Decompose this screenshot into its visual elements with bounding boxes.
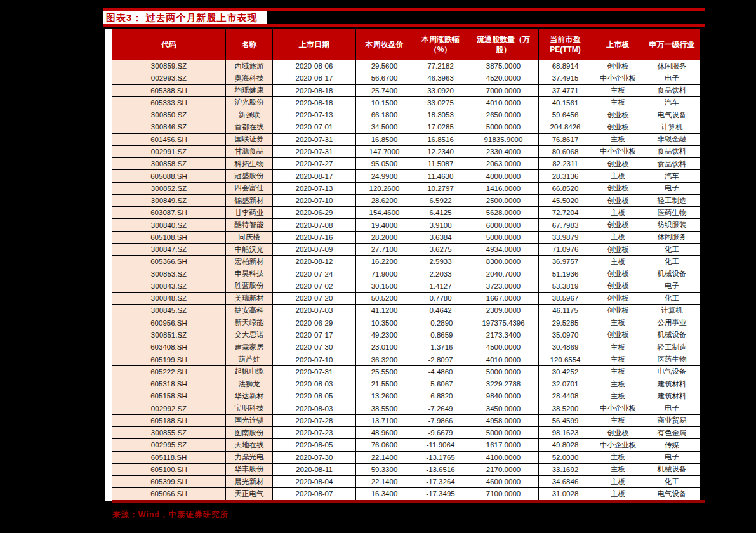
table-row: 605100.SH华丰股份2020-08-1159.3300-13.651621… [112, 463, 700, 475]
table-cell: 33.0920 [413, 84, 468, 96]
table-cell: 197375.4396 [468, 317, 539, 329]
table-cell: 公用事业 [644, 317, 700, 329]
table-cell: 国光连锁 [226, 414, 273, 426]
table-cell: 主板 [592, 353, 644, 365]
table-cell: 300855.SZ [112, 426, 226, 438]
table-cell: 605388.SH [112, 84, 226, 96]
table-cell: 605118.SH [112, 451, 226, 463]
table-cell: 主板 [592, 390, 644, 402]
table-row: 605333.SH沪光股份2020-08-1810.150033.0275401… [112, 96, 700, 109]
table-cell: 国联证券 [226, 133, 273, 145]
table-cell: 甘李药业 [226, 207, 273, 219]
table-cell: 法狮龙 [226, 378, 273, 390]
table-cell: 10.3500 [356, 317, 413, 329]
table-cell: 甘源食品 [226, 145, 273, 157]
table-cell: -13.6516 [413, 463, 468, 475]
table-cell: 主板 [592, 133, 644, 145]
table-cell: 2020-06-29 [273, 207, 356, 219]
table-cell: 38.5500 [356, 402, 413, 414]
table-cell: 7100.0000 [468, 488, 539, 500]
table-cell: 300849.SZ [112, 194, 226, 206]
table-cell: 5000.0000 [468, 426, 539, 438]
table-cell: 29.5600 [356, 60, 413, 72]
source-note: 来源：Wind，中泰证券研究所 [112, 510, 229, 520]
table-cell: 46.3963 [413, 72, 468, 84]
table-cell: 605088.SH [112, 170, 226, 182]
table-cell: 中船汉光 [226, 243, 273, 255]
table-cell: 46.1175 [539, 305, 592, 317]
table-cell: 主板 [592, 207, 644, 219]
table-cell: 有色金属 [644, 426, 700, 438]
table-cell: 50.5200 [356, 293, 413, 305]
table-cell: 41.1200 [356, 305, 413, 317]
table-cell: 2020-08-06 [273, 60, 356, 72]
column-header: 流通股数量（万股） [468, 29, 539, 60]
table-cell: 主板 [592, 231, 644, 243]
table-cell: 2500.0000 [468, 194, 539, 206]
table-cell: 2020-08-05 [273, 439, 356, 451]
table-cell: 创业板 [592, 293, 644, 305]
table-cell: 2309.0000 [468, 305, 539, 317]
table-cell: 建筑材料 [644, 390, 700, 402]
table-cell: 28.3136 [539, 170, 592, 182]
table-cell: 机械设备 [644, 329, 700, 341]
table-cell: 76.8617 [539, 133, 592, 145]
table-cell: 6.5922 [413, 194, 468, 206]
table-cell: 11.4630 [413, 170, 468, 182]
table-cell: 建筑材料 [644, 378, 700, 390]
table-cell: 2020-07-10 [273, 194, 356, 206]
table-cell: 300848.SZ [112, 293, 226, 305]
table-row: 002993.SZ奥海科技2020-08-1756.670046.3963452… [112, 72, 700, 84]
table-cell: 汽车 [644, 170, 700, 182]
table-cell: 49.2300 [356, 329, 413, 341]
table-cell: 宝明科技 [226, 402, 273, 414]
table-cell: 3229.2788 [468, 378, 539, 390]
table-cell: 2173.3400 [468, 329, 539, 341]
table-cell: 申昊科技 [226, 268, 273, 280]
table-cell: 605199.SH [112, 353, 226, 365]
table-cell: 30.4869 [539, 341, 592, 353]
table-cell: 68.8914 [539, 60, 592, 72]
table-cell: 66.1800 [356, 109, 413, 121]
table-cell: 53.3819 [539, 280, 592, 292]
table-row: 300847.SZ中船汉光2020-07-0927.71003.62754934… [112, 243, 700, 255]
column-header: 本周收盘价 [356, 29, 413, 60]
table-cell: 酷特智能 [226, 219, 273, 231]
table-cell: 2020-08-11 [273, 463, 356, 475]
table-cell: 2020-07-09 [273, 243, 356, 255]
table-cell: 120.2600 [356, 182, 413, 194]
table-cell: 葫芦娃 [226, 353, 273, 365]
table-row: 605118.SH力鼎光电2020-07-3022.1400-13.176541… [112, 451, 700, 463]
table-row: 300846.SZ首都在线2020-07-0134.500017.0285500… [112, 121, 700, 133]
table-cell: 2020-08-03 [273, 402, 356, 414]
table-cell: 创业板 [592, 305, 644, 317]
table-cell: 16.8500 [356, 133, 413, 145]
table-row: 605318.SH法狮龙2020-08-0321.5500-5.60673229… [112, 378, 700, 390]
table-cell: 3.9100 [413, 219, 468, 231]
table-cell: 2020-07-10 [273, 353, 356, 365]
table-row: 002992.SZ宝明科技2020-08-0338.5500-7.2649345… [112, 402, 700, 414]
table-cell: 28.2000 [356, 231, 413, 243]
table-cell: 120.6554 [539, 353, 592, 365]
table-cell: 创业板 [592, 329, 644, 341]
table-cell: 34.6846 [539, 476, 592, 488]
table-cell: 2020-08-12 [273, 256, 356, 268]
table-cell: 主板 [592, 414, 644, 426]
column-header: 上市日期 [273, 29, 356, 60]
table-cell: -13.1765 [413, 451, 468, 463]
table-cell: 300851.SZ [112, 329, 226, 341]
table-cell: 医药生物 [644, 207, 700, 219]
table-cell: 52.0030 [539, 451, 592, 463]
table-cell: 605222.SH [112, 365, 226, 378]
table-cell: 创业板 [592, 158, 644, 170]
table-cell: 5628.0000 [468, 207, 539, 219]
table-cell: 力鼎光电 [226, 451, 273, 463]
table-cell: 主板 [592, 341, 644, 353]
table-cell: 2020-08-17 [273, 72, 356, 84]
table-cell: 3875.0000 [468, 60, 539, 72]
new-stock-performance-table: 代码名称上市日期本周收盘价本周涨跌幅（%）流通股数量（万股）当前市盈PE(TTM… [112, 29, 700, 501]
table-cell: 2020-08-05 [273, 390, 356, 402]
table-row: 605222.SH起帆电缆2020-07-3125.5500-4.4860500… [112, 365, 700, 378]
table-cell: 同庆楼 [226, 231, 273, 243]
table-cell: 2020-07-24 [273, 268, 356, 280]
